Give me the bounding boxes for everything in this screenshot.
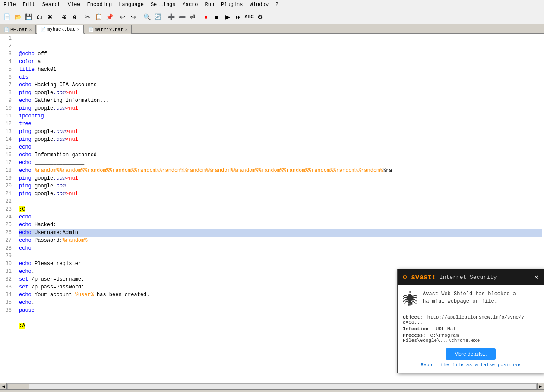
tab-myhack-label: myhack.bat [47,27,76,32]
code-line-24[interactable]: echo Username:Admin [19,229,542,237]
scroll-thumb[interactable] [8,384,29,389]
tab-bf-bat[interactable]: 📄 BF.bat ✕ [0,25,36,34]
wordwrap-button[interactable]: ⏎ [187,12,198,22]
tab-bar: 📄 BF.bat ✕ 📄 myhack.bat ✕ 📄 matrix.bat ✕ [0,24,544,34]
code-line-1[interactable]: @echo off [19,50,542,58]
cut-button[interactable]: ✂ [82,12,93,22]
code-line-12[interactable]: ping google.com>nul [19,136,542,143]
step-button[interactable]: ⏭ [233,12,244,22]
code-line-15[interactable]: echo ________________ [19,159,542,167]
menu-plugins[interactable]: Plugins [218,1,246,9]
menu-encoding[interactable]: Encoding [84,1,116,9]
menu-settings[interactable]: Settings [147,1,179,9]
code-line-9[interactable]: ipconfig [19,112,542,120]
code-line-10[interactable]: tree [19,120,542,128]
menu-view[interactable]: View [64,1,84,9]
menu-bar: File Edit Search View Encoding Language … [0,0,544,9]
redo-button[interactable]: ↪ [128,12,139,22]
menu-run[interactable]: Run [202,1,218,9]
find-button[interactable]: 🔍 [142,12,152,22]
code-line-17[interactable]: ping google.com>nul [19,174,542,182]
tab-bf-icon: 📄 [4,27,9,32]
scroll-right-arrow[interactable]: ▶ [537,383,544,390]
line-number-1: 1 [0,35,13,42]
code-line-25[interactable]: echo Password:%random% [19,237,542,244]
line-number-27: 27 [0,237,13,244]
avast-content: 🕷 Avast Web Shield has blocked a harmful… [403,291,538,310]
line-number-12: 12 [0,120,13,128]
abc-button[interactable]: ABC [244,12,254,22]
line-number-36: 36 [0,307,13,314]
stop-button[interactable]: ■ [212,12,222,22]
menu-language[interactable]: Language [115,1,147,9]
code-line-20[interactable] [19,198,542,205]
scroll-track[interactable] [7,383,537,389]
avast-popup: ⚙ avast! Internet Security ✕ 🕷 Avast Web… [397,269,544,373]
avast-more-details-button[interactable]: More details... [446,348,495,360]
line-number-2: 2 [0,42,13,50]
code-line-14[interactable]: echo Information gathered [19,151,542,159]
line-number-13: 13 [0,128,13,136]
replace-button[interactable]: 🔄 [152,12,163,22]
close-button[interactable]: ✖ [45,12,55,22]
line-number-3: 3 [0,50,13,58]
zoom-out-button[interactable]: ➖ [177,12,187,22]
menu-file[interactable]: File [0,1,19,9]
open-button[interactable]: 📂 [13,12,23,22]
debug-button[interactable]: ▶ [222,12,233,22]
tab-matrix-close[interactable]: ✕ [125,27,128,32]
code-line-13[interactable]: echo ________________ [19,143,542,151]
avast-close-button[interactable]: ✕ [534,273,538,281]
print-button[interactable]: 🖨 [58,12,69,22]
line-number-29: 29 [0,252,13,260]
code-line-22[interactable]: echo ________________ [19,213,542,221]
code-line-28[interactable]: echo Please register [19,260,542,268]
menu-edit[interactable]: Edit [19,1,39,9]
line-number-15: 15 [0,143,13,151]
paste-button[interactable]: 📌 [104,12,114,22]
code-line-23[interactable]: echo Hacked: [19,221,542,229]
extra-button[interactable]: ⚙ [255,12,265,22]
copy-button[interactable]: 📋 [93,12,104,22]
code-line-5[interactable]: echo Hacking CIA Accounts [19,81,542,89]
line-number-9: 9 [0,97,13,104]
code-line-11[interactable]: ping google.com>nul [19,128,542,136]
menu-macro[interactable]: Macro [179,1,201,9]
code-line-18[interactable]: ping google.com [19,182,542,190]
undo-button[interactable]: ↩ [117,12,128,22]
new-button[interactable]: 📄 [2,12,12,22]
code-line-27[interactable] [19,252,542,260]
run-button[interactable]: ● [201,12,211,22]
save-button[interactable]: 💾 [23,12,34,22]
code-line-8[interactable]: ping google.com>nul [19,104,542,112]
line-number-20: 20 [0,182,13,190]
tab-matrix-bat[interactable]: 📄 matrix.bat ✕ [85,25,132,34]
tab-myhack-close[interactable]: ✕ [77,27,80,32]
code-line-16[interactable]: echo %random%%random%%random%%random%%ra… [19,167,542,174]
line-number-34: 34 [0,291,13,299]
code-line-3[interactable]: title hack01 [19,66,542,73]
tab-bf-close[interactable]: ✕ [29,27,32,32]
save-all-button[interactable]: 🗂 [34,12,44,22]
menu-window[interactable]: Window [247,1,272,9]
code-line-2[interactable]: color a [19,58,542,66]
avast-false-positive-link[interactable]: Report the file as a false positive [403,362,538,367]
line-number-10: 10 [0,104,13,112]
horizontal-scrollbar[interactable]: ◀ ▶ [0,383,544,389]
code-line-26[interactable]: echo ________________ [19,244,542,252]
code-line-4[interactable]: cls [19,73,542,81]
print-now-button[interactable]: 🖨 [69,12,79,22]
code-line-21[interactable]: :C [19,205,542,213]
scroll-left-arrow[interactable]: ◀ [0,383,7,390]
code-line-7[interactable]: echo Gathering Information... [19,97,542,104]
code-line-19[interactable]: ping google.com>nul [19,190,542,198]
code-line-6[interactable]: ping google.com>nul [19,89,542,97]
toolbar-sep-4 [140,13,140,21]
menu-help[interactable]: ? [272,1,282,9]
toolbar-sep-6 [199,13,199,21]
zoom-in-button[interactable]: ➕ [166,12,176,22]
tab-myhack-bat[interactable]: 📄 myhack.bat ✕ [37,25,84,34]
menu-search[interactable]: Search [39,1,64,9]
line-number-6: 6 [0,73,13,81]
avast-spider-icon: 🕷 [403,291,418,310]
